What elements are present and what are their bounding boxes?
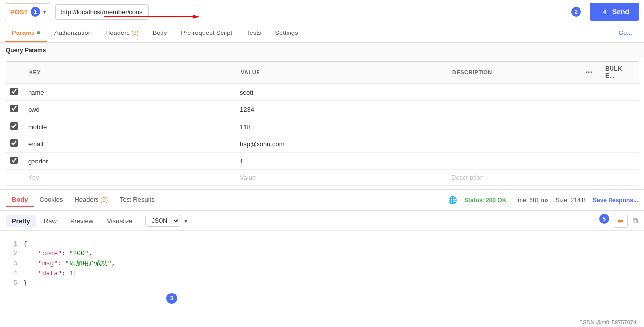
tab-prerequest-label: Pre-request Script [181, 29, 232, 36]
row-checkbox[interactable] [10, 105, 18, 112]
resp-subtab-visualize-label: Visualize [107, 217, 132, 225]
param-key: pwd [23, 101, 235, 118]
table-row: email hsp@sohu.com [5, 135, 639, 153]
send-button[interactable]: 4 Send [590, 3, 639, 21]
method-dropdown[interactable]: POST 1 ▾ [5, 3, 51, 20]
param-value: 118 [235, 118, 447, 135]
tab-cookies-top[interactable]: Co... [612, 24, 639, 42]
status-ok: Status: 200 OK [464, 197, 506, 204]
resp-subtab-preview-label: Preview [70, 217, 93, 225]
resp-headers-count: (5) [100, 196, 108, 203]
params-table-container: KEY VALUE DESCRIPTION ··· Bulk E... name… [5, 61, 639, 186]
tab-headers[interactable]: Headers (8) [98, 24, 146, 42]
col-value-header: VALUE [235, 62, 447, 84]
code-line: 2 "code": "200", [5, 249, 639, 258]
tab-body-label: Body [153, 29, 167, 36]
resp-subtab-preview[interactable]: Preview [64, 215, 99, 227]
param-value: hsp@sohu.com [235, 135, 447, 153]
query-params-section: Query Params KEY VALUE DESCRIPTION ··· B… [0, 43, 644, 186]
tab-params[interactable]: Params [5, 24, 47, 42]
more-options-icon[interactable]: ··· [585, 68, 593, 76]
resp-tab-testresults[interactable]: Test Results [114, 193, 161, 207]
row-checkbox[interactable] [10, 88, 18, 95]
request-tabs: Params Authorization Headers (8) Body Pr… [0, 24, 644, 43]
code-output: 1{2 "code": "200",3 "msg": "添加用户成功",4 "d… [5, 234, 639, 294]
tab-authorization[interactable]: Authorization [47, 24, 98, 42]
tab-cookies-top-label: Co... [619, 29, 632, 36]
line-content: { [23, 240, 27, 248]
footer: CSDN @m0_59757074 [0, 317, 644, 327]
copy-btn[interactable]: ⧉ [633, 214, 638, 228]
badge-5: 5 [599, 214, 609, 224]
url-wrapper: 2 [55, 4, 585, 20]
badge-4: 4 [600, 7, 610, 17]
top-bar: POST 1 ▾ 2 4 Send [0, 0, 644, 24]
row-checkbox[interactable] [10, 157, 18, 164]
resp-subtab-pretty[interactable]: Pretty [6, 215, 36, 227]
tab-settings-label: Settings [275, 29, 298, 36]
tab-headers-label: Headers [105, 29, 129, 36]
badge-3-annotation: 3 [166, 293, 177, 304]
headers-count: (8) [131, 30, 139, 36]
resp-tab-headers[interactable]: Headers (5) [68, 193, 113, 207]
footer-credit: CSDN @m0_59757074 [579, 319, 636, 325]
chevron-select-icon: ▾ [184, 217, 188, 225]
resp-subtab-visualize[interactable]: Visualize [101, 215, 138, 227]
param-key: gender [23, 153, 235, 170]
table-row: pwd 1234 [5, 101, 639, 118]
wrap-icon-btn[interactable]: ⇌ [614, 214, 628, 228]
resp-tab-body-label: Body [12, 196, 28, 203]
resp-tab-cookies[interactable]: Cookies [34, 193, 69, 207]
param-desc [447, 153, 580, 170]
resp-subtab-raw-label: Raw [44, 217, 57, 225]
param-key: mobile [23, 118, 235, 135]
table-row: name scott [5, 84, 639, 101]
param-desc [447, 135, 580, 153]
param-value: scott [235, 84, 447, 101]
resp-tab-headers-label: Headers [74, 196, 100, 203]
table-row: gender 1 [5, 153, 639, 170]
tab-tests-label: Tests [246, 29, 261, 36]
line-content: "data": 1| [23, 270, 77, 277]
code-line: 5} [5, 278, 639, 288]
col-desc-header: DESCRIPTION [447, 62, 580, 84]
line-content: "msg": "添加用户成功", [23, 259, 115, 268]
param-value-placeholder: Value [240, 174, 256, 181]
line-content: } [23, 279, 27, 287]
format-select[interactable]: JSON XML HTML Text [145, 215, 180, 227]
code-line: 1{ [5, 239, 639, 249]
resp-subtabs: Pretty Raw Preview Visualize JSON XML HT… [0, 211, 644, 231]
url-input[interactable] [55, 4, 149, 20]
table-row: Key Value Description [5, 170, 639, 186]
tab-tests[interactable]: Tests [239, 24, 268, 42]
bulk-edit-label[interactable]: Bulk E... [605, 65, 622, 79]
resp-subtab-pretty-label: Pretty [12, 217, 30, 225]
row-checkbox[interactable] [10, 139, 18, 147]
globe-icon: 🌐 [448, 196, 457, 205]
svg-marker-1 [193, 15, 200, 19]
tab-settings[interactable]: Settings [268, 24, 305, 42]
col-key-header: KEY [23, 62, 235, 84]
tab-params-label: Params [12, 29, 35, 36]
param-desc [447, 101, 580, 118]
resp-subtab-raw[interactable]: Raw [38, 215, 63, 227]
resp-tab-body[interactable]: Body [6, 193, 34, 207]
status-info: 🌐 Status: 200 OK Time: 681 ms Size: 214 … [448, 196, 638, 205]
line-content: "code": "200", [23, 250, 92, 257]
tab-prerequest[interactable]: Pre-request Script [174, 24, 239, 42]
save-response-btn[interactable]: Save Respons... [593, 197, 638, 204]
line-number: 2 [5, 250, 23, 257]
col-bulk-header: Bulk E... [599, 62, 639, 84]
line-number: 1 [5, 241, 23, 248]
line-number: 4 [5, 270, 23, 277]
params-dot [37, 31, 40, 34]
tab-body[interactable]: Body [146, 24, 174, 42]
col-check-header [5, 62, 23, 84]
row-checkbox[interactable] [10, 122, 18, 130]
param-value: 1 [235, 153, 447, 170]
query-params-label: Query Params [0, 43, 644, 58]
status-time: Time: 681 ms [513, 197, 548, 204]
table-row: mobile 118 [5, 118, 639, 135]
param-value: 1234 [235, 101, 447, 118]
method-label: POST [10, 8, 28, 16]
